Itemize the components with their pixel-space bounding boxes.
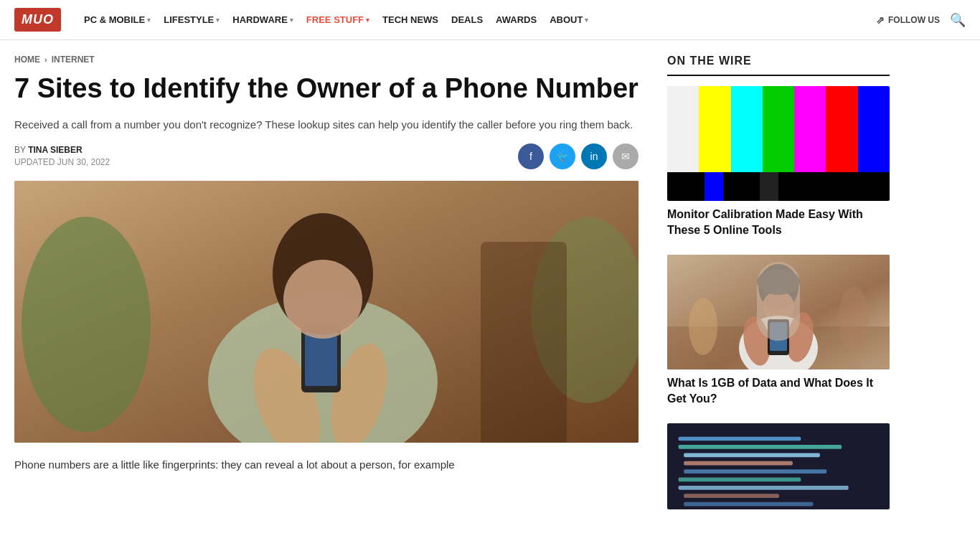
- color-bar-darkgray: [760, 172, 778, 201]
- svg-rect-30: [684, 494, 779, 499]
- share-linkedin-button[interactable]: in: [581, 143, 607, 169]
- share-twitter-button[interactable]: 🐦: [550, 143, 575, 169]
- article-subtitle: Received a call from a number you don't …: [14, 116, 639, 133]
- svg-point-9: [531, 217, 639, 403]
- article-title: 7 Sites to Identify the Owner of a Phone…: [14, 73, 639, 105]
- chevron-down-icon: ▾: [585, 17, 588, 24]
- sidebar-card-title-monitor[interactable]: Monitor Calibration Made Easy With These…: [667, 207, 890, 237]
- color-bar-magenta: [794, 86, 826, 172]
- hero-image: [14, 181, 639, 443]
- code-image: [667, 423, 890, 509]
- follow-us-button[interactable]: ⇗ FOLLOW US: [876, 14, 940, 26]
- nav-item-hardware[interactable]: HARDWARE ▾: [232, 14, 293, 25]
- svg-point-14: [757, 269, 800, 295]
- nav-item-about[interactable]: ABOUT ▾: [550, 14, 588, 25]
- sidebar-card-1gb-data: What Is 1GB of Data and What Does It Get…: [667, 255, 890, 406]
- site-logo[interactable]: MUO: [14, 8, 61, 32]
- article-body: Phone numbers are a little like fingerpr…: [14, 456, 639, 474]
- color-bars-bottom: [667, 172, 890, 201]
- svg-point-7: [283, 260, 362, 339]
- sidebar-section-title: ON THE WIRE: [667, 55, 890, 76]
- chevron-down-icon: ▾: [216, 17, 220, 24]
- nav-item-tech-news[interactable]: TECH NEWS: [382, 14, 438, 25]
- author-name[interactable]: TINA SIEBER: [28, 145, 83, 155]
- color-bars-top: [667, 86, 890, 172]
- svg-rect-27: [684, 470, 826, 474]
- color-bar-green: [763, 86, 794, 172]
- nav-item-awards[interactable]: AWARDS: [496, 14, 537, 25]
- main-navigation: MUO PC & MOBILE ▾ LIFESTYLE ▾ HARDWARE ▾…: [0, 0, 980, 40]
- svg-rect-23: [679, 437, 801, 441]
- share-facebook-button[interactable]: f: [518, 143, 544, 169]
- sidebar-card-monitor-calibration: Monitor Calibration Made Easy With These…: [667, 86, 890, 237]
- by-label: BY: [14, 145, 26, 155]
- breadcrumb-home[interactable]: HOME: [14, 55, 40, 65]
- svg-rect-24: [679, 445, 842, 449]
- color-bar-blue2: [705, 172, 723, 201]
- nav-item-free-stuff[interactable]: FREE STUFF ▾: [306, 14, 369, 25]
- color-bars-image: [667, 86, 890, 201]
- color-bar-black: [667, 172, 705, 201]
- breadcrumb-section[interactable]: INTERNET: [52, 55, 95, 65]
- share-email-button[interactable]: ✉: [613, 143, 639, 169]
- color-bar-white: [667, 86, 699, 172]
- nav-item-pc-mobile[interactable]: PC & MOBILE ▾: [84, 14, 151, 25]
- updated-date: UPDATED JUN 30, 2022: [14, 157, 110, 167]
- breadcrumb: HOME › INTERNET: [14, 55, 639, 65]
- color-bar-black3: [778, 172, 890, 201]
- breadcrumb-separator: ›: [44, 55, 47, 64]
- share-buttons: f 🐦 in ✉: [518, 143, 639, 169]
- share-icon: ⇗: [876, 14, 885, 26]
- search-button[interactable]: 🔍: [950, 12, 966, 28]
- nav-right: ⇗ FOLLOW US 🔍: [876, 12, 966, 28]
- nav-item-lifestyle[interactable]: LIFESTYLE ▾: [164, 14, 220, 25]
- sidebar-card-code: [667, 423, 890, 509]
- svg-point-8: [22, 217, 151, 432]
- color-bar-cyan: [731, 86, 763, 172]
- author-info: BY TINA SIEBER UPDATED JUN 30, 2022: [14, 145, 110, 167]
- svg-rect-29: [679, 486, 849, 490]
- svg-point-20: [689, 298, 717, 355]
- svg-rect-31: [684, 502, 813, 507]
- person-phone-image: [667, 255, 890, 369]
- chevron-down-icon: ▾: [290, 17, 293, 24]
- page-container: HOME › INTERNET 7 Sites to Identify the …: [0, 40, 980, 527]
- color-bar-black2: [723, 172, 760, 201]
- main-content: HOME › INTERNET 7 Sites to Identify the …: [14, 55, 639, 527]
- svg-rect-28: [679, 478, 801, 482]
- svg-point-21: [838, 287, 870, 352]
- sidebar: ON THE WIRE: [667, 55, 890, 527]
- svg-point-12: [758, 264, 798, 310]
- color-bar-yellow: [699, 86, 730, 172]
- author-row: BY TINA SIEBER UPDATED JUN 30, 2022 f 🐦 …: [14, 143, 639, 169]
- nav-items: PC & MOBILE ▾ LIFESTYLE ▾ HARDWARE ▾ FRE…: [84, 14, 860, 25]
- svg-rect-25: [684, 453, 820, 458]
- chevron-down-icon: ▾: [147, 17, 151, 24]
- color-bar-red: [826, 86, 857, 172]
- svg-rect-19: [770, 322, 787, 351]
- chevron-down-icon: ▾: [366, 17, 369, 24]
- sidebar-card-title-1gb[interactable]: What Is 1GB of Data and What Does It Get…: [667, 375, 890, 406]
- svg-point-13: [763, 291, 794, 322]
- nav-item-deals[interactable]: DEALS: [451, 14, 483, 25]
- color-bar-blue: [858, 86, 890, 172]
- svg-rect-26: [684, 461, 793, 466]
